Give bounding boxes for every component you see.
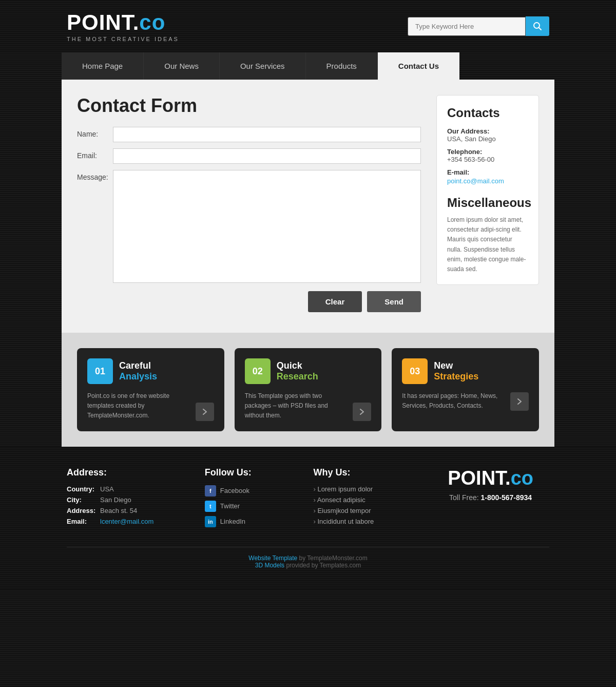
footer-logo: POINT.co <box>432 467 549 489</box>
footer-brand-section: POINT.co Toll Free: 1-800-567-8934 <box>432 467 549 531</box>
logo-co: co <box>139 10 165 34</box>
main-section: Contact Form Name: Email: Message: Clear… <box>77 95 539 312</box>
feature-body-3: It has several pages: Home, News, Servic… <box>402 391 529 411</box>
name-input[interactable] <box>113 127 421 142</box>
footer-country-row: Country: USA <box>67 485 184 493</box>
logo-text: POINT.co <box>67 10 179 35</box>
message-row: Message: <box>77 170 421 283</box>
why-item-3: Eiusmjkod tempor <box>313 507 411 514</box>
feature-titles-2: Quick Research <box>277 360 318 382</box>
footer-logo-co: co <box>511 467 533 489</box>
3d-models-link[interactable]: 3D Models <box>255 562 284 569</box>
footer-addr-row: Address: Beach st. 54 <box>67 507 184 514</box>
feature-header-1: 01 Careful Analysis <box>87 358 214 384</box>
twitter-icon: t <box>205 501 216 512</box>
feature-num-1: 01 <box>87 358 113 384</box>
feature-title-3: New <box>434 360 478 371</box>
address-value: USA, San Diego <box>447 135 528 143</box>
search-area <box>408 16 549 36</box>
feature-desc-1: Point.co is one of free website template… <box>87 391 196 421</box>
message-textarea[interactable] <box>113 170 421 283</box>
why-item-1: Lorem ipsum dolor <box>313 485 411 493</box>
logo-main: POINT. <box>67 10 139 34</box>
header: POINT.co THE MOST CREATIVE IDEAS <box>0 0 616 52</box>
navigation: Home Page Our News Our Services Products… <box>62 52 554 80</box>
search-input[interactable] <box>408 17 526 36</box>
feature-title-2: Quick <box>277 360 318 371</box>
footer-city-row: City: San Diego <box>67 496 184 504</box>
footer-email-row: Email: lcenter@mail.com <box>67 518 184 525</box>
form-title: Contact Form <box>77 95 421 117</box>
email-input[interactable] <box>113 148 421 164</box>
footer-country-label: Country: <box>67 485 100 493</box>
feature-body-1: Point.co is one of free website template… <box>87 391 214 421</box>
toll-free-number: 1-800-567-8934 <box>481 493 532 502</box>
feature-arrow-1[interactable] <box>196 403 214 421</box>
social-facebook[interactable]: f Facebook <box>205 485 293 497</box>
telephone-label: Telephone: <box>447 148 528 156</box>
feature-header-3: 03 New Strategies <box>402 358 529 384</box>
feature-titles-3: New Strategies <box>434 360 478 382</box>
footer-address-title: Address: <box>67 467 184 478</box>
email-row: Email: <box>77 148 421 164</box>
bottom-text1: by TemplateMonster.com <box>297 555 368 562</box>
linkedin-icon: in <box>205 516 216 527</box>
footer-addr-label: Address: <box>67 507 100 514</box>
facebook-icon: f <box>205 485 216 497</box>
features-section: 01 Careful Analysis Point.co is one of f… <box>62 333 554 447</box>
social-linkedin[interactable]: in LinkedIn <box>205 516 293 527</box>
feature-header-2: 02 Quick Research <box>245 358 372 384</box>
footer-bottom: Website Template by TemplateMonster.com … <box>67 547 549 569</box>
footer-why-title: Why Us: <box>313 467 411 478</box>
footer-email-label: Email: <box>67 518 100 525</box>
nav-news[interactable]: Our News <box>144 52 220 80</box>
facebook-label: Facebook <box>220 487 249 494</box>
content-wrapper: Contact Form Name: Email: Message: Clear… <box>62 80 554 333</box>
search-button[interactable] <box>526 16 549 36</box>
feature-body-2: This Template goes with two packages – w… <box>245 391 372 421</box>
message-label: Message: <box>77 170 113 181</box>
clear-button[interactable]: Clear <box>308 291 362 312</box>
send-button[interactable]: Send <box>367 291 421 312</box>
footer-email-link[interactable]: lcenter@mail.com <box>100 518 153 525</box>
nav-products[interactable]: Products <box>306 52 378 80</box>
toll-free-label: Toll Free: <box>449 493 479 502</box>
nav-contact[interactable]: Contact Us <box>378 52 459 80</box>
sidebar: Contacts Our Address: USA, San Diego Tel… <box>436 95 539 312</box>
email-label: Email: <box>77 148 113 160</box>
email-link[interactable]: point.co@mail.com <box>447 177 504 185</box>
linkedin-label: LinkedIn <box>220 518 245 525</box>
footer-city-label: City: <box>67 496 100 504</box>
footer-toll-free: Toll Free: 1-800-567-8934 <box>432 493 549 502</box>
misc-text: Lorem ipsum dolor sit amet, consectetur … <box>447 215 528 274</box>
address-label: Our Address: <box>447 127 528 135</box>
social-twitter[interactable]: t Twitter <box>205 501 293 512</box>
website-template-link[interactable]: Website Template <box>248 555 297 562</box>
feature-num-3: 03 <box>402 358 428 384</box>
feature-subtitle-3: Strategies <box>434 371 478 382</box>
name-row: Name: <box>77 127 421 142</box>
nav-home[interactable]: Home Page <box>62 52 144 80</box>
telephone-value: +354 563-56-00 <box>447 156 528 163</box>
button-row: Clear Send <box>77 291 421 312</box>
feature-num-2: 02 <box>245 358 271 384</box>
feature-card-3: 03 New Strategies It has several pages: … <box>392 348 539 431</box>
footer-top: Address: Country: USA City: San Diego Ad… <box>67 467 549 547</box>
footer-city-value: San Diego <box>100 496 131 504</box>
feature-arrow-3[interactable] <box>510 392 529 411</box>
contacts-title: Contacts <box>447 106 528 120</box>
feature-titles-1: Careful Analysis <box>119 360 157 382</box>
feature-card-1: 01 Careful Analysis Point.co is one of f… <box>77 348 224 431</box>
footer-logo-main: POINT. <box>448 467 510 489</box>
footer-country-value: USA <box>100 485 114 493</box>
feature-arrow-2[interactable] <box>353 403 371 421</box>
feature-card-2: 02 Quick Research This Template goes wit… <box>235 348 382 431</box>
feature-desc-3: It has several pages: Home, News, Servic… <box>402 391 510 411</box>
form-section: Contact Form Name: Email: Message: Clear… <box>77 95 421 312</box>
footer-why-section: Why Us: Lorem ipsum dolor Aonsect adipis… <box>313 467 411 531</box>
logo-tagline: THE MOST CREATIVE IDEAS <box>67 36 179 42</box>
twitter-label: Twitter <box>220 502 240 510</box>
feature-subtitle-2: Research <box>277 371 318 382</box>
why-item-4: Incididunt ut labore <box>313 518 411 525</box>
nav-services[interactable]: Our Services <box>220 52 306 80</box>
